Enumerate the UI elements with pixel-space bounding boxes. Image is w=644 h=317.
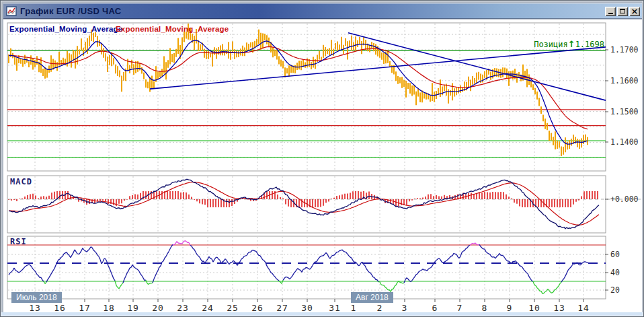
position-text: Позиция [534,40,568,49]
date-tick-label: 31 [329,303,341,313]
legend-ema-fast: Exponential_Moving_Average [9,25,122,33]
title-bar[interactable]: График EUR /USD ЧАС × [3,3,642,19]
date-tick-label: 20 [152,303,164,313]
month-badge-aug: Авг 2018 [351,292,393,303]
date-tick-label: 14 [577,303,590,313]
ema-lines [9,40,588,144]
axis-tick-label: 1.1400 [610,137,639,147]
rsi-series [7,241,606,294]
position-value: 1.1698 [575,40,604,49]
month-badge-july: Июль 2018 [11,292,62,303]
rsi-panel-label: RSI [10,237,27,246]
date-tick-label: 6 [432,303,438,313]
date-tick-label: 13 [29,303,41,313]
date-tick-label: 8 [482,303,488,313]
date-tick-label: 10 [528,303,540,313]
date-tick-label: 13 [553,303,565,313]
date-axis [35,299,583,302]
maximize-button[interactable] [617,7,628,16]
maximize-icon [620,9,625,13]
date-tick-label: 24 [202,303,214,313]
date-tick-label: 25 [227,303,239,313]
axis-tick-label: +0.000 [610,195,639,204]
right-axis: 1.17001.16001.15001.1400+0.000604020 [605,45,639,295]
window-bottom-edge [1,312,643,316]
axis-tick-label: 20 [610,285,620,295]
axis-tick-label: 1.1500 [610,107,639,116]
date-tick-label: 1 [351,303,357,313]
legend-ema-slow: Exponential_Moving_Average [116,25,229,33]
axis-tick-label: 1.1700 [610,45,639,55]
window-controls: × [604,7,640,16]
position-label: Позиция↑1.1698 [438,39,604,49]
date-tick-label: 27 [276,303,288,313]
gridlines [8,24,643,298]
up-arrow-icon: ↑ [568,39,575,49]
window-title: График EUR /USD ЧАС [20,6,122,16]
date-tick-label: 23 [177,303,189,313]
date-tick-label: 9 [507,303,513,313]
macd-line [9,180,599,229]
date-tick-label: 19 [127,303,139,313]
date-tick-label: 3 [402,303,408,313]
axis-tick-label: 40 [610,268,620,277]
macd-series [9,180,599,229]
date-tick-label: 16 [54,303,66,313]
minimize-button[interactable] [605,7,616,16]
ema-fast-line [9,40,588,144]
chart-window: 1.17001.16001.15001.1400+0.000604020 Гра… [0,0,644,317]
date-tick-label: 17 [79,303,91,313]
ema-slow-line [9,46,588,129]
minimize-icon [608,13,613,14]
close-icon: × [631,7,639,15]
date-tick-label: 26 [251,303,264,313]
close-button[interactable]: × [629,7,640,16]
axis-tick-label: 60 [610,250,620,259]
chart-icon [6,6,17,17]
date-tick-label: 2 [377,303,383,313]
macd-panel-label: MACD [10,177,32,186]
date-tick-label: 7 [457,303,463,313]
date-tick-label: 18 [103,303,115,313]
axis-tick-label: 1.1600 [610,76,639,85]
macd-signal-line [9,182,599,225]
date-tick-label: 30 [301,303,313,313]
